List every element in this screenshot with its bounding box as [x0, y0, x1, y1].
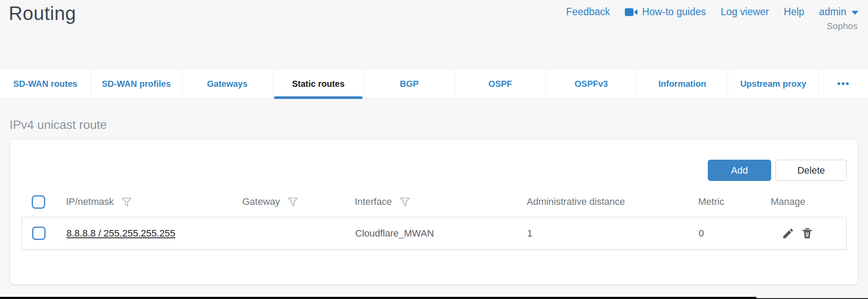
log-viewer-link[interactable]: Log viewer [721, 6, 769, 18]
row-checkbox[interactable] [32, 227, 46, 240]
table-header-row: IP/netmask Gateway Interface [21, 190, 847, 214]
tabs-overflow-button[interactable]: ••• [818, 69, 868, 99]
video-camera-icon [625, 8, 638, 16]
feedback-label: Feedback [566, 6, 610, 18]
feedback-link[interactable]: Feedback [566, 6, 610, 18]
tab-sdwan-routes[interactable]: SD-WAN routes [0, 69, 91, 99]
delete-trash-icon[interactable] [801, 227, 814, 240]
header-manage: Manage [771, 196, 847, 207]
howto-guides-label: How-to guides [642, 6, 706, 18]
table-row: 8.8.8.8 / 255.255.255.255 Cloudflare_MWA… [21, 217, 847, 250]
tab-ospfv3[interactable]: OSPFv3 [545, 69, 637, 99]
tab-ospf[interactable]: OSPF [455, 69, 546, 99]
tab-static-routes[interactable]: Static routes [273, 69, 364, 99]
top-navigation: Feedback How-to guides Log viewer Help a… [566, 6, 858, 18]
tab-upstream-proxy[interactable]: Upstream proxy [728, 69, 819, 99]
cell-interface: Cloudflare_MWAN [355, 228, 527, 239]
cell-ip-netmask: 8.8.8.8 / 255.255.255.255 [62, 228, 243, 239]
help-label: Help [784, 6, 804, 18]
log-viewer-label: Log viewer [721, 6, 769, 18]
gateway-label: Gateway [242, 196, 280, 207]
header-metric: Metric [698, 196, 771, 207]
help-link[interactable]: Help [784, 6, 804, 18]
add-button[interactable]: Add [708, 160, 771, 181]
admin-label: admin [819, 6, 846, 18]
interface-label: Interface [355, 196, 392, 207]
bottom-progress-bar [0, 297, 756, 299]
main-content: IPv4 unicast route Add Delete IP/netmask… [0, 118, 868, 285]
table-actions: Add Delete [21, 139, 847, 181]
tab-information[interactable]: Information [637, 69, 728, 99]
header-admin-distance: Administrative distance [527, 196, 698, 207]
select-all-checkbox[interactable] [32, 195, 45, 209]
ip-netmask-label: IP/netmask [66, 196, 114, 207]
admin-menu[interactable]: admin [819, 6, 858, 18]
routes-card: Add Delete IP/netmask Gateway [10, 139, 858, 285]
delete-button[interactable]: Delete [776, 160, 847, 181]
tab-bar: SD-WAN routes SD-WAN profiles Gateways S… [0, 69, 868, 99]
filter-icon[interactable] [287, 196, 299, 208]
tab-bgp[interactable]: BGP [363, 69, 455, 99]
section-title: IPv4 unicast route [10, 118, 858, 132]
howto-guides-link[interactable]: How-to guides [625, 6, 706, 18]
header-ip-netmask: IP/netmask [62, 196, 242, 208]
cell-manage [771, 227, 846, 240]
manage-label: Manage [771, 196, 805, 207]
filter-icon[interactable] [121, 196, 132, 208]
header-gateway: Gateway [242, 196, 355, 208]
edit-pencil-icon[interactable] [782, 227, 795, 240]
brand-label: Sophos [827, 21, 858, 31]
tab-sdwan-profiles[interactable]: SD-WAN profiles [91, 69, 182, 99]
page-title: Routing [9, 3, 76, 24]
header-checkbox-cell [21, 195, 62, 209]
cell-metric: 0 [699, 228, 771, 239]
route-link[interactable]: 8.8.8.8 / 255.255.255.255 [66, 228, 175, 239]
metric-label: Metric [698, 196, 724, 207]
caret-down-icon [851, 11, 858, 15]
header-interface: Interface [355, 196, 527, 208]
tab-gateways[interactable]: Gateways [182, 69, 273, 99]
admin-distance-label: Administrative distance [527, 196, 625, 207]
filter-icon[interactable] [399, 196, 411, 208]
row-checkbox-cell [22, 227, 62, 240]
cell-admin-distance: 1 [527, 228, 699, 239]
page-header: Routing Feedback How-to guides Log viewe… [0, 0, 868, 69]
